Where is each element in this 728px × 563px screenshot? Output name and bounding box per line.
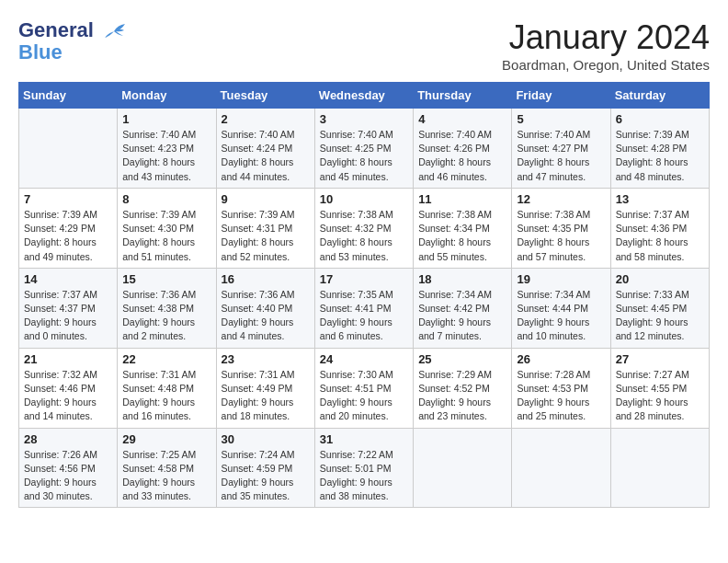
day-number: 22 [122, 352, 210, 366]
day-number: 11 [418, 192, 506, 206]
col-thursday: Thursday [414, 83, 512, 109]
day-number: 15 [122, 272, 210, 286]
day-info: Sunrise: 7:39 AMSunset: 4:29 PMDaylight:… [24, 208, 112, 264]
calendar-week-5: 28Sunrise: 7:26 AMSunset: 4:56 PMDayligh… [19, 428, 710, 508]
day-info: Sunrise: 7:33 AMSunset: 4:45 PMDaylight:… [616, 288, 704, 344]
calendar-cell-w3-d1: 14Sunrise: 7:37 AMSunset: 4:37 PMDayligh… [19, 268, 118, 348]
day-number: 4 [418, 112, 506, 126]
day-number: 8 [122, 192, 210, 206]
day-info: Sunrise: 7:40 AMSunset: 4:27 PMDaylight:… [517, 128, 605, 184]
day-info: Sunrise: 7:37 AMSunset: 4:37 PMDaylight:… [24, 288, 112, 344]
day-info: Sunrise: 7:36 AMSunset: 4:40 PMDaylight:… [222, 288, 310, 344]
calendar-week-2: 7Sunrise: 7:39 AMSunset: 4:29 PMDaylight… [19, 188, 710, 268]
calendar-cell-w4-d1: 21Sunrise: 7:32 AMSunset: 4:46 PMDayligh… [19, 348, 118, 428]
col-wednesday: Wednesday [314, 83, 413, 109]
calendar-cell-w1-d7: 6Sunrise: 7:39 AMSunset: 4:28 PMDaylight… [610, 109, 709, 189]
calendar-cell-w1-d1 [19, 109, 118, 189]
calendar-cell-w3-d3: 16Sunrise: 7:36 AMSunset: 4:40 PMDayligh… [216, 268, 314, 348]
day-number: 3 [320, 112, 408, 126]
day-number: 29 [122, 432, 210, 446]
day-info: Sunrise: 7:34 AMSunset: 4:42 PMDaylight:… [418, 288, 506, 344]
calendar-cell-w1-d4: 3Sunrise: 7:40 AMSunset: 4:25 PMDaylight… [314, 109, 413, 189]
day-number: 6 [616, 112, 704, 126]
day-info: Sunrise: 7:38 AMSunset: 4:35 PMDaylight:… [517, 208, 605, 264]
day-info: Sunrise: 7:28 AMSunset: 4:53 PMDaylight:… [517, 368, 605, 424]
calendar-cell-w1-d6: 5Sunrise: 7:40 AMSunset: 4:27 PMDaylight… [512, 109, 610, 189]
calendar-cell-w5-d4: 31Sunrise: 7:22 AMSunset: 5:01 PMDayligh… [314, 428, 413, 508]
calendar-cell-w3-d5: 18Sunrise: 7:34 AMSunset: 4:42 PMDayligh… [414, 268, 512, 348]
calendar-cell-w3-d7: 20Sunrise: 7:33 AMSunset: 4:45 PMDayligh… [610, 268, 709, 348]
logo-bird-icon [101, 23, 127, 40]
calendar-cell-w5-d7 [610, 428, 709, 508]
calendar-cell-w4-d3: 23Sunrise: 7:31 AMSunset: 4:49 PMDayligh… [216, 348, 314, 428]
day-info: Sunrise: 7:38 AMSunset: 4:34 PMDaylight:… [418, 208, 506, 264]
day-info: Sunrise: 7:22 AMSunset: 5:01 PMDaylight:… [320, 448, 408, 504]
calendar-week-4: 21Sunrise: 7:32 AMSunset: 4:46 PMDayligh… [19, 348, 710, 428]
day-info: Sunrise: 7:40 AMSunset: 4:25 PMDaylight:… [320, 128, 408, 184]
calendar-table: Sunday Monday Tuesday Wednesday Thursday… [18, 82, 710, 508]
day-info: Sunrise: 7:31 AMSunset: 4:49 PMDaylight:… [222, 368, 310, 424]
day-info: Sunrise: 7:31 AMSunset: 4:48 PMDaylight:… [122, 368, 210, 424]
logo-text: General [18, 18, 127, 42]
col-monday: Monday [118, 83, 216, 109]
calendar-cell-w4-d7: 27Sunrise: 7:27 AMSunset: 4:55 PMDayligh… [610, 348, 709, 428]
calendar-cell-w5-d2: 29Sunrise: 7:25 AMSunset: 4:58 PMDayligh… [118, 428, 216, 508]
day-number: 20 [616, 272, 704, 286]
day-number: 31 [320, 432, 408, 446]
calendar-cell-w5-d5 [414, 428, 512, 508]
calendar-week-1: 1Sunrise: 7:40 AMSunset: 4:23 PMDaylight… [19, 109, 710, 189]
day-info: Sunrise: 7:39 AMSunset: 4:28 PMDaylight:… [616, 128, 704, 184]
day-info: Sunrise: 7:40 AMSunset: 4:23 PMDaylight:… [122, 128, 210, 184]
day-number: 1 [122, 112, 210, 126]
calendar-cell-w2-d7: 13Sunrise: 7:37 AMSunset: 4:36 PMDayligh… [610, 188, 709, 268]
calendar-cell-w5-d3: 30Sunrise: 7:24 AMSunset: 4:59 PMDayligh… [216, 428, 314, 508]
col-friday: Friday [512, 83, 610, 109]
month-title: January 2024 [502, 18, 710, 57]
day-info: Sunrise: 7:39 AMSunset: 4:30 PMDaylight:… [122, 208, 210, 264]
calendar-cell-w5-d6 [512, 428, 610, 508]
day-info: Sunrise: 7:32 AMSunset: 4:46 PMDaylight:… [24, 368, 112, 424]
day-info: Sunrise: 7:40 AMSunset: 4:24 PMDaylight:… [222, 128, 310, 184]
day-number: 16 [222, 272, 310, 286]
day-number: 27 [616, 352, 704, 366]
day-info: Sunrise: 7:36 AMSunset: 4:38 PMDaylight:… [122, 288, 210, 344]
day-number: 28 [24, 432, 112, 446]
day-info: Sunrise: 7:37 AMSunset: 4:36 PMDaylight:… [616, 208, 704, 264]
location-subtitle: Boardman, Oregon, United States [502, 57, 710, 73]
day-number: 2 [222, 112, 310, 126]
day-info: Sunrise: 7:24 AMSunset: 4:59 PMDaylight:… [222, 448, 310, 504]
logo: General Blue [18, 18, 127, 64]
calendar-cell-w4-d2: 22Sunrise: 7:31 AMSunset: 4:48 PMDayligh… [118, 348, 216, 428]
logo-blue: Blue [18, 40, 63, 64]
day-number: 14 [24, 272, 112, 286]
day-info: Sunrise: 7:34 AMSunset: 4:44 PMDaylight:… [517, 288, 605, 344]
day-info: Sunrise: 7:40 AMSunset: 4:26 PMDaylight:… [418, 128, 506, 184]
day-info: Sunrise: 7:26 AMSunset: 4:56 PMDaylight:… [24, 448, 112, 504]
calendar-header-row: Sunday Monday Tuesday Wednesday Thursday… [19, 83, 710, 109]
calendar-cell-w2-d6: 12Sunrise: 7:38 AMSunset: 4:35 PMDayligh… [512, 188, 610, 268]
calendar-cell-w2-d3: 9Sunrise: 7:39 AMSunset: 4:31 PMDaylight… [216, 188, 314, 268]
calendar-cell-w2-d2: 8Sunrise: 7:39 AMSunset: 4:30 PMDaylight… [118, 188, 216, 268]
calendar-cell-w4-d4: 24Sunrise: 7:30 AMSunset: 4:51 PMDayligh… [314, 348, 413, 428]
day-number: 17 [320, 272, 408, 286]
calendar-cell-w2-d5: 11Sunrise: 7:38 AMSunset: 4:34 PMDayligh… [414, 188, 512, 268]
calendar-cell-w2-d1: 7Sunrise: 7:39 AMSunset: 4:29 PMDaylight… [19, 188, 118, 268]
day-number: 10 [320, 192, 408, 206]
calendar-cell-w5-d1: 28Sunrise: 7:26 AMSunset: 4:56 PMDayligh… [19, 428, 118, 508]
page-header: General Blue January 2024 Boardman, Oreg… [18, 18, 710, 73]
day-number: 23 [222, 352, 310, 366]
calendar-cell-w3-d4: 17Sunrise: 7:35 AMSunset: 4:41 PMDayligh… [314, 268, 413, 348]
day-number: 7 [24, 192, 112, 206]
day-number: 18 [418, 272, 506, 286]
day-info: Sunrise: 7:29 AMSunset: 4:52 PMDaylight:… [418, 368, 506, 424]
calendar-cell-w3-d6: 19Sunrise: 7:34 AMSunset: 4:44 PMDayligh… [512, 268, 610, 348]
day-info: Sunrise: 7:25 AMSunset: 4:58 PMDaylight:… [122, 448, 210, 504]
calendar-cell-w2-d4: 10Sunrise: 7:38 AMSunset: 4:32 PMDayligh… [314, 188, 413, 268]
calendar-cell-w1-d3: 2Sunrise: 7:40 AMSunset: 4:24 PMDaylight… [216, 109, 314, 189]
day-info: Sunrise: 7:30 AMSunset: 4:51 PMDaylight:… [320, 368, 408, 424]
col-saturday: Saturday [610, 83, 709, 109]
day-info: Sunrise: 7:27 AMSunset: 4:55 PMDaylight:… [616, 368, 704, 424]
day-number: 24 [320, 352, 408, 366]
day-number: 26 [517, 352, 605, 366]
day-number: 9 [222, 192, 310, 206]
